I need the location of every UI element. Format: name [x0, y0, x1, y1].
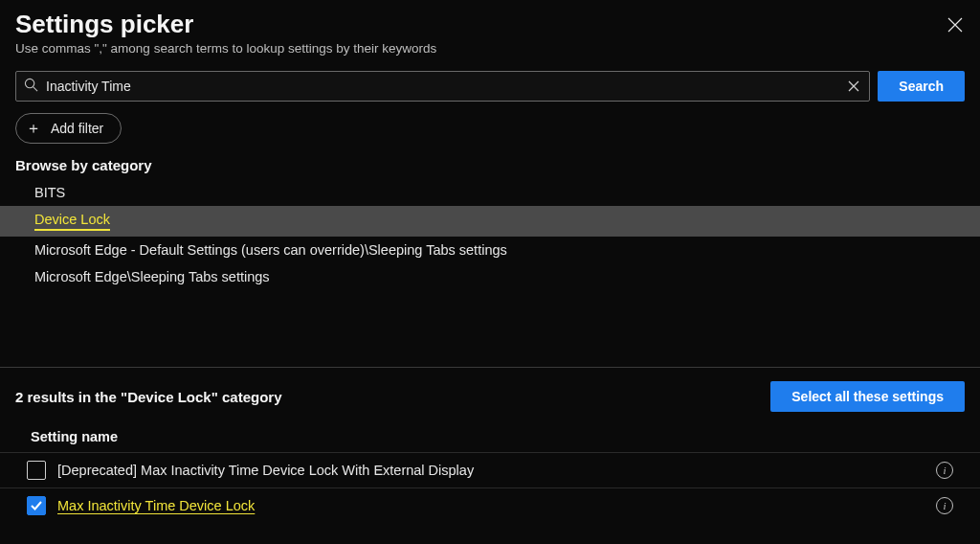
divider: [0, 367, 980, 368]
search-icon: [24, 78, 38, 95]
page-title: Settings picker: [15, 10, 193, 39]
category-label: Microsoft Edge\Sleeping Tabs settings: [34, 269, 270, 284]
category-list: BITS Device Lock Microsoft Edge - Defaul…: [0, 179, 980, 290]
category-label: Microsoft Edge - Default Settings (users…: [34, 242, 507, 258]
search-box[interactable]: [15, 71, 870, 102]
category-item-edge-sleeping-tabs[interactable]: Microsoft Edge\Sleeping Tabs settings: [0, 263, 980, 290]
clear-search-icon[interactable]: [846, 79, 861, 95]
results-header: 2 results in the "Device Lock" category …: [15, 381, 965, 412]
search-button[interactable]: Search: [878, 71, 965, 102]
page-subtitle: Use commas "," among search terms to loo…: [15, 41, 965, 56]
category-item-device-lock[interactable]: Device Lock: [0, 206, 980, 237]
results-summary: 2 results in the "Device Lock" category: [15, 389, 282, 405]
category-label: Device Lock: [34, 212, 110, 231]
header-row: Settings picker: [15, 10, 965, 39]
svg-point-0: [25, 79, 33, 87]
category-item-edge-default-sleeping-tabs[interactable]: Microsoft Edge - Default Settings (users…: [0, 237, 980, 263]
category-label: BITS: [34, 185, 65, 200]
svg-line-1: [33, 87, 38, 92]
browse-by-category-label: Browse by category: [15, 157, 965, 173]
close-icon[interactable]: [944, 13, 967, 39]
add-filter-label: Add filter: [51, 121, 103, 136]
category-item-bits[interactable]: BITS: [0, 179, 980, 206]
column-header-setting-name: Setting name: [15, 421, 965, 452]
settings-picker-panel: Settings picker Use commas "," among sea…: [0, 0, 980, 544]
result-row[interactable]: [Deprecated] Max Inactivity Time Device …: [0, 452, 980, 487]
result-row[interactable]: Max Inactivity Time Device Lock i: [0, 487, 980, 523]
result-label: [Deprecated] Max Inactivity Time Device …: [57, 463, 924, 478]
info-icon[interactable]: i: [936, 462, 953, 479]
search-input[interactable]: [38, 79, 846, 94]
info-icon[interactable]: i: [936, 497, 953, 514]
result-label: Max Inactivity Time Device Lock: [57, 498, 924, 513]
result-checkbox[interactable]: [27, 461, 46, 480]
add-filter-button[interactable]: ＋ Add filter: [15, 113, 122, 144]
result-checkbox[interactable]: [27, 496, 46, 515]
search-row: Search: [15, 71, 965, 102]
plus-icon: ＋: [26, 121, 41, 136]
select-all-settings-button[interactable]: Select all these settings: [770, 381, 965, 412]
spacer: [15, 290, 965, 367]
